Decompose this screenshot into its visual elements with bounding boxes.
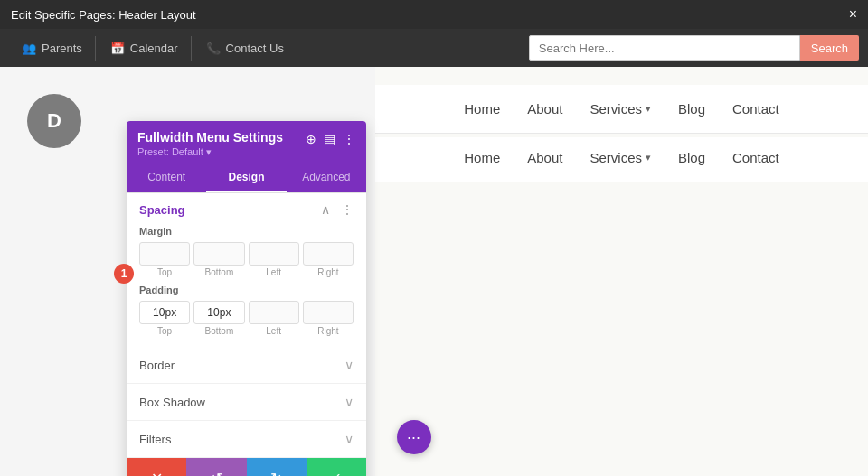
layout-icon[interactable]: ▤ [324,132,335,146]
margin-left-input[interactable] [249,242,299,266]
target-icon[interactable]: ⊕ [306,132,316,146]
number-badge: 1 [114,264,134,284]
fab-button[interactable]: ··· [397,420,431,454]
margin-top-cell: Top [139,242,190,277]
tab-content[interactable]: Content [127,163,206,192]
parents-icon: 👥 [22,42,36,55]
settings-title-group: Fullwidth Menu Settings Preset: Default … [137,130,306,158]
more-icon[interactable]: ⋮ [343,132,355,146]
spacing-title: Spacing [139,203,185,217]
nav-services-1[interactable]: Services ▾ [590,101,651,117]
search-input[interactable] [529,35,800,61]
padding-bottom-cell: Bottom [193,301,244,336]
padding-bottom-input[interactable] [193,301,244,324]
admin-nav: 👥 Parents 📅 Calendar 📞 Contact Us Search [0,29,868,67]
settings-body: Spacing ∧ ⋮ Margin Top [127,193,366,458]
padding-grid: Top Bottom Left [139,301,354,336]
tab-design[interactable]: Design [206,163,286,192]
spacing-more-icon[interactable]: ⋮ [341,202,354,217]
action-bar: ✕ ↺ ↻ ✓ [127,458,366,476]
box-shadow-section[interactable]: Box Shadow ∨ [127,384,366,421]
confirm-icon: ✓ [330,470,342,477]
cancel-button[interactable]: ✕ [127,458,186,476]
nav-item-contact-us[interactable]: 📞 Contact Us [193,36,297,61]
fab-icon: ··· [407,428,420,447]
margin-right-input[interactable] [303,242,354,266]
nav-label-contact-us: Contact Us [226,42,284,55]
top-bar-title: Edit Specific Pages: Header Layout [11,8,196,22]
logo-area: D [27,94,81,148]
services-dropdown-arrow-2: ▾ [646,152,651,163]
padding-bottom-label: Bottom [205,326,234,336]
spacing-section-header[interactable]: Spacing ∧ ⋮ [139,202,354,217]
box-shadow-title: Box Shadow [139,396,205,409]
spacing-collapse-icon[interactable]: ∧ [321,202,330,217]
padding-left-input[interactable] [249,301,299,324]
search-container: Search [529,35,859,61]
nav-about-1[interactable]: About [527,101,562,117]
border-chevron-icon: ∨ [344,358,354,372]
margin-grid: Top Bottom Left [139,242,354,277]
nav-home-2[interactable]: Home [464,150,500,165]
padding-right-cell: Right [303,301,354,336]
margin-right-cell: Right [303,242,354,277]
margin-top-label: Top [157,267,172,277]
calendar-icon: 📅 [110,42,125,55]
nav-contact-2[interactable]: Contact [732,150,779,165]
spacing-section: Spacing ∧ ⋮ Margin Top [127,193,366,347]
border-section[interactable]: Border ∨ [127,347,366,384]
margin-top-input[interactable] [139,242,190,266]
services-dropdown-arrow-1: ▾ [646,103,651,115]
settings-title: Fullwidth Menu Settings [137,130,306,145]
padding-top-cell: Top [139,301,190,336]
padding-label: Padding [139,285,354,295]
nav-contact-1[interactable]: Contact [732,101,779,117]
filters-chevron-icon: ∨ [344,432,354,446]
nav-item-calendar[interactable]: 📅 Calendar [98,36,192,61]
nav-services-2[interactable]: Services ▾ [590,150,651,165]
nav-about-2[interactable]: About [527,150,562,165]
redo-icon: ↻ [270,470,282,477]
padding-right-input[interactable] [303,301,354,324]
right-area: Home About Services ▾ Blog Contact Home … [375,67,868,476]
undo-icon: ↺ [211,470,222,477]
close-button[interactable]: × [849,6,857,23]
main-area: D 1 Fullwidth Menu Settings Preset: Defa… [0,67,868,476]
settings-preset[interactable]: Preset: Default ▾ [137,146,306,158]
tab-advanced[interactable]: Advanced [287,163,366,192]
margin-bottom-input[interactable] [193,242,244,266]
margin-left-label: Left [266,267,281,277]
confirm-button[interactable]: ✓ [307,458,366,476]
margin-bottom-label: Bottom [205,267,234,277]
settings-panel: Fullwidth Menu Settings Preset: Default … [127,121,366,476]
nav-preview-2: Home About Services ▾ Blog Contact [375,137,868,182]
top-bar: Edit Specific Pages: Header Layout × [0,0,868,29]
padding-right-label: Right [317,326,338,336]
phone-icon: 📞 [206,42,221,55]
search-button[interactable]: Search [800,35,859,61]
filters-section[interactable]: Filters ∨ [127,421,366,458]
padding-left-label: Left [266,326,281,336]
margin-right-label: Right [317,267,338,277]
padding-top-label: Top [157,326,172,336]
margin-group: Margin Top Bottom [139,226,354,277]
settings-header: Fullwidth Menu Settings Preset: Default … [127,121,366,163]
filters-title: Filters [139,433,171,446]
nav-blog-1[interactable]: Blog [678,101,705,117]
nav-label-calendar: Calendar [130,42,178,55]
padding-group: Padding Top Bottom [139,285,354,336]
logo-letter: D [47,109,61,133]
nav-item-parents[interactable]: 👥 Parents [9,36,96,61]
cancel-icon: ✕ [151,470,163,477]
nav-preview-1: Home About Services ▾ Blog Contact [375,85,868,134]
redo-button[interactable]: ↻ [247,458,307,476]
margin-left-cell: Left [249,242,299,277]
settings-header-icons: ⊕ ▤ ⋮ [306,132,355,146]
nav-blog-2[interactable]: Blog [678,150,705,165]
undo-button[interactable]: ↺ [186,458,246,476]
margin-label: Margin [139,226,354,237]
nav-home-1[interactable]: Home [464,101,500,117]
padding-top-input[interactable] [139,301,190,324]
box-shadow-chevron-icon: ∨ [344,395,354,409]
settings-tabs: Content Design Advanced [127,163,366,193]
